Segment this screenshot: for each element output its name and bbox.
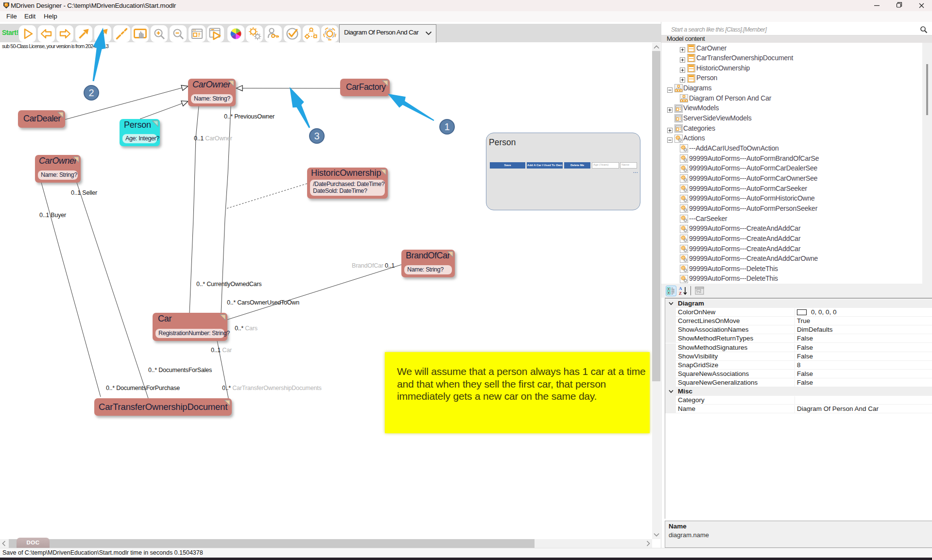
svg-text:A: A [679, 286, 682, 291]
svg-text:Z: Z [679, 291, 682, 296]
